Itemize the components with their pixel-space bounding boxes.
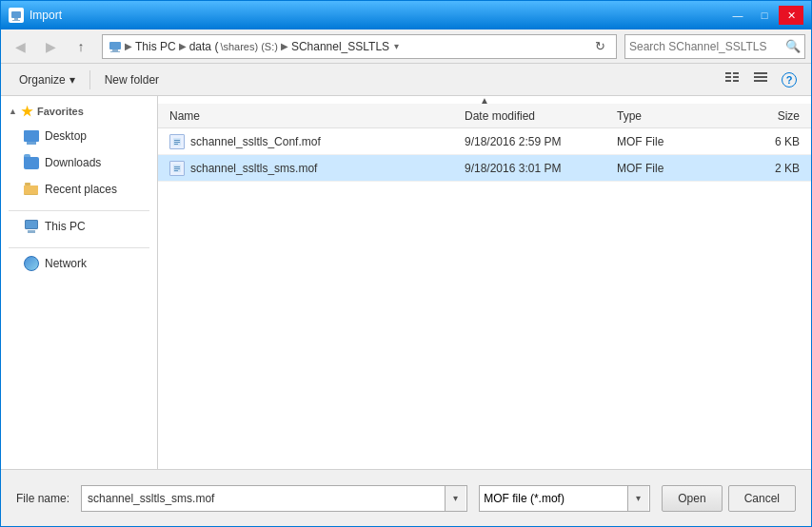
file-icon — [169, 134, 185, 149]
minimize-button[interactable]: — — [725, 6, 750, 25]
this-pc-icon — [24, 219, 39, 234]
desktop-icon — [24, 128, 39, 144]
favorites-toggle-icon: ▲ — [9, 107, 17, 116]
title-bar-left: Import — [9, 8, 62, 23]
col-name-header[interactable]: Name — [166, 109, 461, 123]
search-input[interactable] — [629, 40, 782, 53]
view-list-button[interactable] — [748, 68, 773, 92]
table-row[interactable]: schannel_ssltls_Conf.mof9/18/2016 2:59 P… — [158, 128, 811, 155]
title-bar: Import — □ ✕ — [1, 1, 811, 29]
new-folder-button[interactable]: New folder — [96, 68, 168, 92]
address-part2: data ( \shares) (S:) — [189, 40, 278, 53]
help-icon: ? — [782, 72, 797, 88]
sidebar-item-network[interactable]: Network — [1, 250, 157, 277]
close-button[interactable]: ✕ — [779, 6, 803, 25]
svg-rect-1 — [14, 18, 18, 20]
svg-rect-7 — [733, 72, 739, 74]
file-rows-container: schannel_ssltls_Conf.mof9/18/2016 2:59 P… — [158, 128, 811, 182]
search-box[interactable]: 🔍 — [624, 34, 805, 59]
title-controls: — □ ✕ — [725, 6, 803, 25]
svg-rect-24 — [174, 168, 180, 169]
view-details-icon — [724, 70, 740, 88]
file-name-text: schannel_ssltls_sms.mof — [190, 162, 317, 175]
cancel-button[interactable]: Cancel — [728, 485, 796, 512]
file-size-cell: 2 KB — [727, 162, 803, 175]
table-row[interactable]: schannel_ssltls_sms.mof9/18/2016 3:01 PM… — [158, 155, 811, 182]
favorites-section: ▲ ★ Favorites Desktop Downloads — [1, 100, 157, 203]
maximize-button[interactable]: □ — [752, 6, 777, 25]
thispc-section: This PC — [1, 213, 157, 240]
file-name-input[interactable] — [81, 485, 467, 512]
svg-rect-2 — [12, 20, 20, 21]
network-section: Network — [1, 250, 157, 277]
col-size-header[interactable]: Size — [727, 109, 803, 123]
svg-rect-6 — [725, 72, 731, 74]
svg-rect-5 — [110, 51, 120, 52]
favorites-star-icon: ★ — [21, 104, 33, 119]
forward-button[interactable]: ▶ — [37, 34, 64, 59]
svg-rect-12 — [754, 72, 767, 74]
file-name-cell: schannel_ssltls_Conf.mof — [166, 134, 461, 149]
network-label: Network — [45, 257, 87, 270]
refresh-button[interactable]: ↻ — [589, 36, 610, 57]
svg-rect-14 — [754, 80, 767, 82]
file-icon — [169, 161, 185, 176]
view-details-button[interactable] — [720, 68, 744, 92]
file-size-cell: 6 KB — [727, 135, 803, 148]
sidebar-divider-2 — [9, 247, 149, 248]
svg-rect-11 — [733, 80, 739, 82]
svg-rect-23 — [174, 166, 180, 167]
file-type-cell: MOF File — [613, 162, 727, 175]
refresh-icon: ↻ — [595, 39, 605, 53]
file-name-text: schannel_ssltls_Conf.mof — [190, 135, 321, 148]
address-part1: This PC — [135, 40, 176, 53]
breadcrumb-arrow2: ▶ — [179, 41, 187, 51]
window-icon — [9, 8, 24, 23]
file-name-dropdown-button[interactable]: ▾ — [445, 486, 465, 511]
scroll-hint: ▲ — [158, 96, 811, 104]
search-icon: 🔍 — [785, 39, 801, 53]
sidebar-divider-1 — [9, 210, 149, 211]
svg-rect-19 — [174, 140, 180, 141]
up-button[interactable]: ↑ — [68, 34, 94, 59]
import-dialog: Import — □ ✕ ◀ ▶ ↑ — [0, 0, 812, 527]
navigation-toolbar: ◀ ▶ ↑ ▶ This PC ▶ data ( — [1, 29, 811, 64]
svg-rect-16 — [25, 183, 30, 185]
downloads-label: Downloads — [45, 156, 101, 169]
svg-rect-3 — [109, 42, 121, 49]
sidebar: ▲ ★ Favorites Desktop Downloads — [1, 96, 158, 469]
breadcrumb-dropdown-arrow: ▾ — [394, 41, 399, 51]
sidebar-item-desktop[interactable]: Desktop — [1, 123, 157, 149]
back-button[interactable]: ◀ — [7, 34, 33, 59]
main-area: ▲ ★ Favorites Desktop Downloads — [1, 96, 811, 469]
address-this-pc — [109, 41, 122, 52]
file-type-select[interactable]: MOF file (*.mof)All files (*.*) — [479, 485, 650, 512]
help-button[interactable]: ? — [777, 68, 802, 92]
col-date-header[interactable]: Date modified — [461, 109, 613, 123]
open-button[interactable]: Open — [662, 485, 722, 512]
view-list-icon — [753, 70, 768, 88]
up-icon: ↑ — [78, 39, 85, 54]
address-bar[interactable]: ▶ This PC ▶ data ( \shares) (S:) ▶ SChan… — [102, 34, 617, 59]
file-type-cell: MOF File — [613, 135, 727, 148]
new-folder-label: New folder — [105, 73, 159, 87]
downloads-icon — [24, 155, 39, 170]
cmd-separator — [89, 70, 90, 89]
bottom-bar: File name: ▾ MOF file (*.mof)All files (… — [1, 469, 811, 526]
svg-rect-4 — [112, 49, 118, 51]
file-name-input-wrap: ▾ — [81, 485, 467, 512]
sidebar-item-this-pc[interactable]: This PC — [1, 213, 157, 240]
organize-button[interactable]: Organize ▾ — [10, 68, 84, 92]
address-part4: SChannel_SSLTLS — [291, 40, 389, 53]
desktop-label: Desktop — [45, 129, 87, 143]
file-list-header: Name Date modified Type Size — [158, 104, 811, 128]
favorites-header[interactable]: ▲ ★ Favorites — [1, 100, 157, 123]
breadcrumb-arrow1: ▶ — [125, 41, 132, 51]
sidebar-item-recent-places[interactable]: Recent places — [1, 176, 157, 203]
file-name-label: File name: — [16, 492, 69, 505]
col-type-header[interactable]: Type — [613, 109, 727, 123]
window-title: Import — [30, 9, 62, 22]
file-list[interactable]: Name Date modified Type Size schannel_ss… — [158, 104, 811, 469]
sidebar-item-downloads[interactable]: Downloads — [1, 149, 157, 176]
forward-icon: ▶ — [46, 39, 56, 54]
